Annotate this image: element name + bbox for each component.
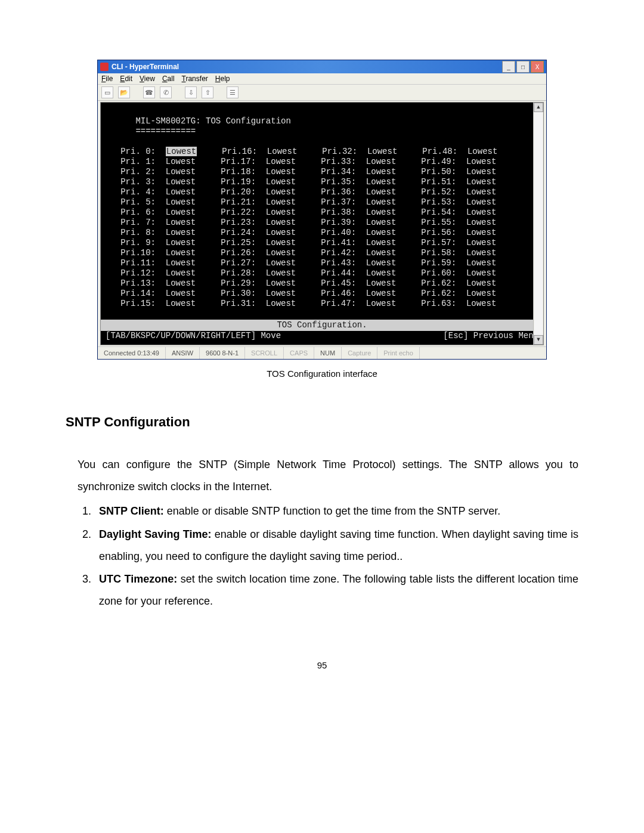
maximize-button[interactable]: □ <box>516 61 530 73</box>
menubar: File Edit View Call Transfer Help <box>98 73 546 85</box>
toolbar-disconnect-icon[interactable]: ✆ <box>160 86 172 98</box>
menu-call[interactable]: Call <box>162 75 175 83</box>
status-connected: Connected 0:13:49 <box>98 347 166 359</box>
toolbar-open-icon[interactable]: 📂 <box>118 86 130 98</box>
app-icon <box>100 63 109 71</box>
scroll-up-icon[interactable]: ▲ <box>534 103 543 112</box>
list-item-text: enable or disable SNTP function to get t… <box>164 505 501 517</box>
numbered-list: SNTP Client: enable or disable SNTP func… <box>94 500 578 612</box>
toolbar-call-icon[interactable]: ☎ <box>143 86 155 98</box>
menu-edit[interactable]: Edit <box>120 75 132 83</box>
scrollbar[interactable]: ▲ ▼ <box>533 103 543 345</box>
list-item-bold: SNTP Client: <box>99 505 164 517</box>
page-number: 95 <box>66 660 578 670</box>
status-scroll: SCROLL <box>245 347 284 359</box>
status-echo: Print echo <box>377 347 420 359</box>
terminal-output[interactable]: MIL-SM8002TG: TOS Configuration ========… <box>101 103 543 345</box>
titlebar: CLI - HyperTerminal _ □ X <box>98 60 546 73</box>
toolbar-receive-icon[interactable]: ⇧ <box>202 86 213 98</box>
list-item: Daylight Saving Time: enable or disable … <box>94 524 578 568</box>
status-capture: Capture <box>342 347 377 359</box>
intro-paragraph: You can configure the SNTP (Simple Netwo… <box>78 454 578 498</box>
statusbar: Connected 0:13:49 ANSIW 9600 8-N-1 SCROL… <box>98 346 546 359</box>
menu-file[interactable]: File <box>101 75 113 83</box>
status-params: 9600 8-N-1 <box>200 347 245 359</box>
status-term: ANSIW <box>166 347 200 359</box>
status-caps: CAPS <box>284 347 314 359</box>
list-item-bold: UTC Timezone: <box>99 573 177 585</box>
status-num: NUM <box>314 347 342 359</box>
scroll-track[interactable] <box>534 112 543 335</box>
window-title: CLI - HyperTerminal <box>112 63 501 71</box>
section-heading: SNTP Configuration <box>66 414 578 430</box>
scroll-down-icon[interactable]: ▼ <box>534 335 543 345</box>
list-item: UTC Timezone: set the switch location ti… <box>94 568 578 612</box>
minimize-button[interactable]: _ <box>502 61 515 73</box>
hyperterminal-window: CLI - HyperTerminal _ □ X File Edit View… <box>97 60 547 360</box>
toolbar: ▭ 📂 ☎ ✆ ⇩ ⇧ ☰ <box>98 85 546 101</box>
menu-help[interactable]: Help <box>215 75 230 83</box>
figure-caption: TOS Configuration interface <box>66 368 578 379</box>
close-button[interactable]: X <box>531 61 544 73</box>
list-item: SNTP Client: enable or disable SNTP func… <box>94 500 578 522</box>
menu-transfer[interactable]: Transfer <box>182 75 208 83</box>
menu-view[interactable]: View <box>140 75 155 83</box>
toolbar-properties-icon[interactable]: ☰ <box>227 86 239 98</box>
toolbar-send-icon[interactable]: ⇩ <box>185 86 197 98</box>
toolbar-new-icon[interactable]: ▭ <box>101 86 113 98</box>
list-item-bold: Daylight Saving Time: <box>99 528 211 540</box>
